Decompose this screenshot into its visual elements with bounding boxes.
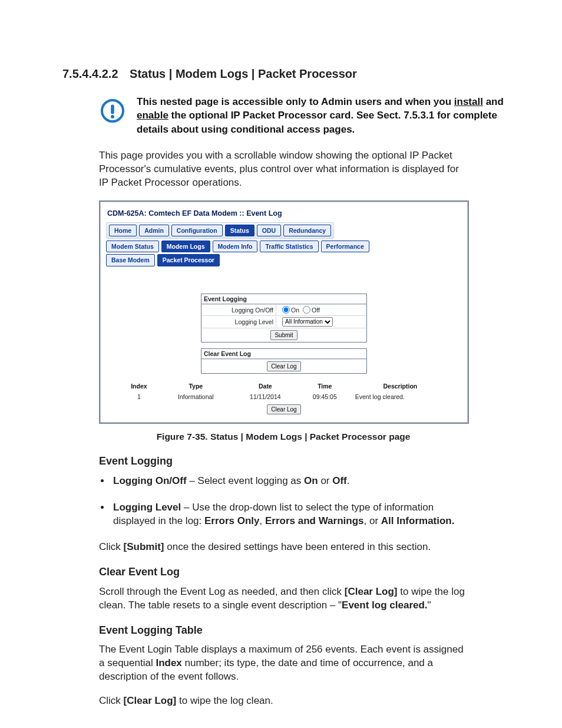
tab-admin[interactable]: Admin bbox=[139, 225, 169, 236]
label-logging-level: Logging Level bbox=[201, 317, 276, 327]
table-header-row: Index Type Date Time Description bbox=[119, 381, 449, 391]
table-row: 1 Informational 11/11/2014 09:45:05 Even… bbox=[119, 391, 449, 402]
panel-clear-event-log: Clear Event Log Clear Log bbox=[201, 348, 367, 374]
tab-modem-info[interactable]: Modem Info bbox=[213, 241, 258, 252]
tab-modem-status[interactable]: Modem Status bbox=[106, 241, 159, 252]
table-paragraph-1: The Event Login Table displays a maximum… bbox=[99, 643, 469, 684]
list-item: Logging Level – Use the drop-down list t… bbox=[111, 501, 469, 528]
panel-clear-header: Clear Event Log bbox=[201, 349, 366, 359]
tab-configuration[interactable]: Configuration bbox=[171, 225, 223, 236]
tabs-row-1: Home Admin Configuration Status ODU Redu… bbox=[106, 222, 334, 239]
panel-event-logging: Event Logging Logging On/Off On Off Logg… bbox=[201, 294, 367, 342]
admonition-text: This nested page is accessible only to A… bbox=[137, 95, 504, 136]
svg-point-2 bbox=[111, 115, 114, 118]
subheading-event-logging-table: Event Logging Table bbox=[99, 623, 504, 637]
select-logging-level[interactable]: All Information bbox=[282, 317, 333, 327]
event-log-table: Index Type Date Time Description 1 Infor… bbox=[119, 381, 449, 402]
event-log-table-wrap: Index Type Date Time Description 1 Infor… bbox=[119, 381, 449, 414]
tab-traffic-statistics[interactable]: Traffic Statistics bbox=[260, 241, 318, 252]
label-logging-onoff: Logging On/Off bbox=[201, 305, 276, 315]
table-paragraph-2: Click [Clear Log] to wipe the log clean. bbox=[99, 694, 469, 708]
tab-odu[interactable]: ODU bbox=[257, 225, 281, 236]
clear-paragraph: Scroll through the Event Log as needed, … bbox=[99, 585, 469, 612]
figure-caption: Figure 7-35. Status | Modem Logs | Packe… bbox=[62, 431, 504, 443]
tab-performance[interactable]: Performance bbox=[321, 241, 369, 252]
radio-on[interactable]: On bbox=[282, 306, 299, 314]
radio-off[interactable]: Off bbox=[303, 306, 320, 314]
section-title: Status | Modem Logs | Packet Processor bbox=[130, 67, 357, 80]
tabs-row-3: Base Modem Packet Processor bbox=[106, 254, 462, 266]
subheading-clear-event-log: Clear Event Log bbox=[99, 565, 504, 579]
section-number: 7.5.4.4.2.2 bbox=[62, 66, 118, 82]
submit-button[interactable]: Submit bbox=[270, 330, 297, 340]
admonition-note: This nested page is accessible only to A… bbox=[99, 95, 504, 136]
intro-paragraph: This page provides you with a scrollable… bbox=[99, 149, 469, 190]
clear-log-button[interactable]: Clear Log bbox=[267, 361, 300, 371]
list-item: Logging On/Off – Select event logging as… bbox=[111, 475, 469, 488]
tab-status[interactable]: Status bbox=[225, 225, 254, 236]
tab-redundancy[interactable]: Redundancy bbox=[283, 225, 331, 236]
tab-packet-processor[interactable]: Packet Processor bbox=[157, 254, 220, 266]
svg-rect-1 bbox=[111, 105, 114, 114]
section-heading: 7.5.4.4.2.2 Status | Modem Logs | Packet… bbox=[62, 66, 504, 82]
tabs-row-2: Modem Status Modem Logs Modem Info Traff… bbox=[106, 241, 462, 252]
panel-event-logging-header: Event Logging bbox=[201, 294, 366, 304]
tab-modem-logs[interactable]: Modem Logs bbox=[161, 241, 210, 252]
bullet-list-event-logging: Logging On/Off – Select event logging as… bbox=[111, 475, 469, 528]
subheading-event-logging: Event Logging bbox=[99, 454, 504, 468]
tab-base-modem[interactable]: Base Modem bbox=[106, 254, 155, 266]
submit-instruction: Click [Submit] once the desired settings… bbox=[99, 541, 469, 554]
embedded-window-title: CDM-625A: Comtech EF Data Modem :: Event… bbox=[107, 209, 462, 219]
tab-home[interactable]: Home bbox=[109, 225, 137, 236]
alert-icon bbox=[100, 98, 125, 123]
embedded-screenshot: CDM-625A: Comtech EF Data Modem :: Event… bbox=[99, 200, 469, 424]
table-clear-log-button[interactable]: Clear Log bbox=[267, 404, 300, 414]
